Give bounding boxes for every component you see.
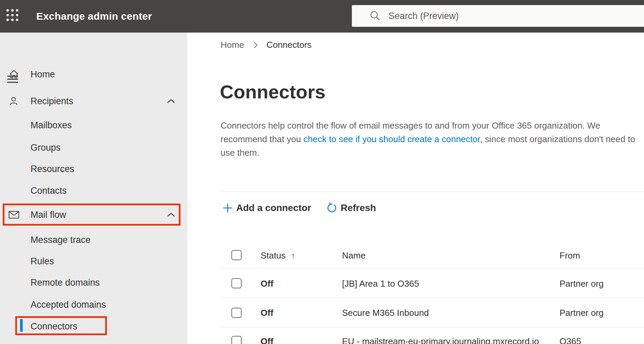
sidebar-item-label: Recipients bbox=[31, 96, 73, 107]
sidebar-item-home[interactable]: Home bbox=[0, 65, 187, 84]
sidebar-item-label: Remote domains bbox=[31, 278, 100, 288]
search-box[interactable] bbox=[352, 5, 644, 27]
column-header-name[interactable]: Name bbox=[342, 250, 365, 261]
mail-flow-annotation-box bbox=[3, 204, 181, 226]
table-divider bbox=[221, 298, 644, 298]
refresh-label: Refresh bbox=[341, 203, 376, 213]
add-connector-button[interactable]: Add a connector bbox=[223, 203, 311, 213]
sidebar-item-mailboxes[interactable]: Mailboxes bbox=[0, 116, 187, 135]
page-title: Connectors bbox=[220, 81, 325, 103]
toolbar: Add a connector Refresh bbox=[223, 198, 376, 217]
sidebar-item-label: Mailboxes bbox=[31, 120, 72, 131]
search-icon bbox=[370, 10, 381, 22]
sidebar-item-label: Groups bbox=[31, 142, 61, 153]
cell-status: Off bbox=[261, 307, 273, 318]
breadcrumb-home-link[interactable]: Home bbox=[221, 40, 244, 50]
cell-status: Off bbox=[261, 336, 273, 344]
breadcrumb: Home Connectors bbox=[221, 40, 311, 50]
toolbar-divider bbox=[221, 192, 644, 192]
cell-name[interactable]: Secure M365 Inbound bbox=[342, 307, 429, 318]
cell-name[interactable]: EU - mailstream-eu-primary.journaling.mx… bbox=[342, 336, 539, 344]
sidebar-item-rules[interactable]: Rules bbox=[0, 252, 187, 271]
row-checkbox[interactable] bbox=[231, 336, 242, 344]
table-divider bbox=[221, 327, 644, 328]
sidebar-item-resources[interactable]: Resources bbox=[0, 159, 187, 178]
sidebar-item-contacts[interactable]: Contacts bbox=[0, 181, 187, 200]
sidebar-item-label: Contacts bbox=[31, 186, 67, 196]
sidebar-item-label: Rules bbox=[31, 256, 54, 267]
app-launcher-waffle-icon[interactable] bbox=[6, 9, 19, 21]
sidebar-item-remote-domains[interactable]: Remote domains bbox=[0, 273, 187, 292]
sidebar-item-accepted-domains[interactable]: Accepted domains bbox=[0, 295, 187, 314]
sidebar-item-label: Home bbox=[31, 69, 55, 80]
cell-from: Partner org bbox=[560, 278, 604, 289]
breadcrumb-current: Connectors bbox=[266, 40, 311, 50]
refresh-button[interactable]: Refresh bbox=[326, 202, 376, 214]
search-input[interactable] bbox=[389, 11, 599, 21]
table-divider bbox=[221, 268, 644, 268]
create-connector-check-link[interactable]: check to see if you should create a conn… bbox=[303, 134, 482, 144]
sidebar-item-groups[interactable]: Groups bbox=[0, 138, 187, 157]
cell-name[interactable]: [JB] Area 1 to O365 bbox=[342, 278, 419, 289]
sidebar-item-message-trace[interactable]: Message trace bbox=[0, 230, 187, 249]
refresh-icon bbox=[326, 202, 338, 214]
chevron-right-icon bbox=[253, 41, 258, 49]
sort-ascending-icon: ↑ bbox=[291, 251, 296, 260]
cell-from: Partner org bbox=[560, 307, 604, 318]
chevron-up-icon[interactable] bbox=[167, 99, 175, 103]
sidebar-item-label: Message trace bbox=[31, 235, 91, 245]
cell-from: O365 bbox=[560, 336, 581, 344]
row-checkbox[interactable] bbox=[231, 278, 242, 288]
column-header-from[interactable]: From bbox=[560, 250, 580, 261]
sidebar-item-recipients[interactable]: Recipients bbox=[0, 92, 187, 111]
home-icon bbox=[8, 70, 20, 79]
sidebar-item-label: Accepted domains bbox=[31, 300, 106, 310]
row-checkbox[interactable] bbox=[231, 308, 242, 318]
column-header-status[interactable]: Status↑ bbox=[261, 250, 295, 261]
selected-item-indicator bbox=[20, 319, 23, 332]
page-description: Connectors help control the flow of emai… bbox=[221, 119, 640, 159]
app-title: Exchange admin center bbox=[36, 0, 152, 33]
add-connector-label: Add a connector bbox=[236, 203, 311, 213]
plus-icon bbox=[223, 203, 233, 213]
person-icon bbox=[8, 96, 20, 106]
connectors-annotation-box bbox=[15, 316, 107, 335]
sidebar-item-label: Resources bbox=[31, 164, 74, 174]
select-all-checkbox[interactable] bbox=[231, 250, 242, 260]
top-bar: Exchange admin center bbox=[0, 0, 644, 33]
sidebar: Home Recipients Mailboxes Groups Resourc… bbox=[0, 33, 187, 344]
cell-status: Off bbox=[261, 278, 273, 289]
